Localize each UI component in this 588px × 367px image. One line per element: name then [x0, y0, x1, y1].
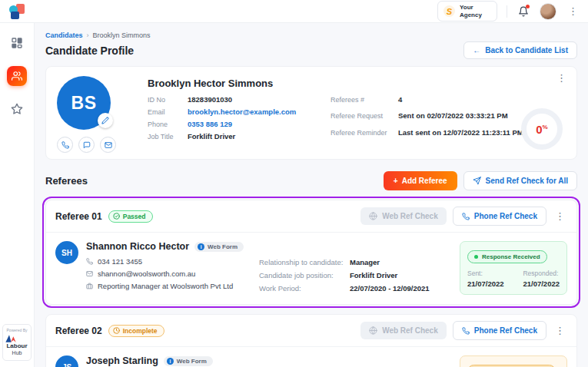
referee-summary-grid: Referees # 4 Referee Request Sent on 02/…	[331, 95, 523, 141]
send-icon	[473, 177, 481, 185]
mail-icon	[86, 270, 93, 277]
phone-icon	[462, 213, 470, 220]
brand-name-bottom: Hub	[5, 350, 29, 356]
brand-name-top: Labour	[5, 343, 29, 350]
source-badge-label: Web Form	[177, 358, 207, 365]
chat-icon	[83, 141, 91, 149]
phone-ref-check-label: Phone Ref Check	[474, 326, 537, 335]
add-referee-button[interactable]: + Add Referee	[384, 171, 457, 190]
message-candidate-button[interactable]	[78, 137, 95, 153]
breadcrumb-candidates-link[interactable]: Candidates	[45, 31, 83, 39]
star-badge-icon	[11, 103, 23, 115]
referee-reminder-label: Referee Reminder	[331, 129, 398, 137]
responded-label: Responded:	[523, 269, 560, 277]
referee-1-response-badge: Response Received	[467, 250, 547, 263]
referee-2-avatar: JS	[55, 355, 78, 367]
referee-1-web-ref-check-button[interactable]: Web Ref Check	[360, 207, 447, 225]
web-ref-check-label: Web Ref Check	[382, 326, 438, 335]
breadcrumb: Candidates › Brooklyn Simmons	[45, 31, 577, 39]
referee-1-details-grid: Relationship to candidate: Manager Candi…	[259, 258, 452, 293]
phone-icon	[61, 141, 69, 149]
mail-icon	[105, 141, 112, 149]
reference-progress-ring: 0 %	[521, 108, 563, 150]
referee-2-web-ref-check-button[interactable]: Web Ref Check	[360, 322, 447, 339]
sidebar-item-dashboard[interactable]	[7, 33, 27, 53]
status-dot-icon	[474, 255, 478, 259]
referee-1-phone-ref-check-button[interactable]: Phone Ref Check	[453, 207, 546, 226]
sidebar-item-favorites[interactable]	[7, 99, 27, 119]
header-more-button[interactable]: ⋮	[566, 6, 580, 16]
globe-icon	[369, 212, 377, 220]
referee-1-heading: Referee 01	[55, 211, 102, 222]
relationship-label: Relationship to candidate:	[259, 258, 350, 266]
edit-profile-button[interactable]	[98, 113, 113, 128]
info-icon: i	[198, 243, 204, 250]
briefcase-icon	[86, 283, 93, 289]
email-label: Email	[148, 108, 188, 116]
referee-card-2: Referee 02 Incomplete Web Ref Check	[45, 314, 577, 367]
globe-icon	[369, 326, 377, 335]
referee-1-responded-date: 21/07/2022	[523, 279, 560, 288]
breadcrumb-separator: ›	[87, 31, 89, 39]
referee-1-status-label: Passed	[123, 213, 146, 220]
back-button-label: Back to Candidate List	[485, 46, 568, 55]
referee-1-more-button[interactable]: ⋮	[553, 211, 567, 221]
plus-icon: +	[394, 177, 398, 185]
phone-label: Phone	[148, 121, 188, 128]
breadcrumb-current: Brooklyn Simmons	[93, 31, 151, 39]
left-sidebar: Powered By Labour Hub	[0, 23, 35, 367]
referee-1-source-badge: i Web Form	[194, 242, 244, 252]
referee-1-work-period: 22/07/2020 - 12/09/2021	[350, 284, 452, 293]
id-label: ID No	[148, 96, 188, 104]
referee-2-phone-ref-check-button[interactable]: Phone Ref Check	[453, 321, 546, 340]
referee-1-position: Reporting Manager at Woolsworth Pvt Ltd	[98, 282, 233, 290]
referee-card-1: Referee 01 Passed Web Ref Check	[45, 200, 577, 305]
candidate-details-grid: ID No 18283901030 Email brooklyn.hector@…	[148, 95, 324, 141]
phone-icon	[86, 258, 93, 265]
agency-selector[interactable]: S Your Agency	[437, 1, 497, 21]
candidate-avatar: BS	[57, 76, 111, 130]
referee-1-response-panel: Response Received Sent: 21/07/2022 Respo…	[460, 241, 567, 295]
candidate-name: Brooklyn Hector Simmons	[148, 78, 566, 89]
referee-2-name: Joseph Starling	[86, 355, 158, 366]
response-status-label: Response Received	[482, 253, 540, 260]
web-ref-check-label: Web Ref Check	[382, 212, 438, 220]
call-candidate-button[interactable]	[57, 137, 73, 153]
referees-count-label: Referees #	[331, 96, 398, 104]
phone-ref-check-label: Phone Ref Check	[474, 212, 537, 220]
candidate-initials: BS	[71, 93, 97, 114]
progress-value: 0	[536, 123, 542, 136]
referee-request-value: Sent on 02/07/2022 03:33:21 PM	[398, 111, 523, 120]
notification-badge	[526, 5, 530, 8]
referee-2-more-button[interactable]: ⋮	[553, 326, 567, 336]
info-icon: i	[167, 358, 174, 365]
job-title-label: Job Title	[148, 133, 188, 141]
id-value: 18283901030	[188, 95, 324, 104]
send-ref-check-all-label: Send Ref Check for All	[486, 177, 568, 185]
notifications-button[interactable]	[517, 5, 530, 18]
candidate-card-more-button[interactable]: ⋮	[554, 73, 569, 83]
app-logo-icon[interactable]	[9, 4, 25, 19]
source-badge-label: Web Form	[208, 243, 238, 250]
page-title: Candidate Profile	[45, 45, 134, 57]
check-circle-icon	[113, 213, 120, 220]
job-title-value: Forklift Driver	[188, 132, 324, 141]
referee-2-source-badge: i Web Form	[164, 356, 213, 366]
email-candidate-button[interactable]	[100, 137, 116, 153]
referee-1-name: Shannon Ricco Hector	[86, 241, 189, 252]
email-value-link[interactable]: brooklyn.hector@example.com	[188, 107, 324, 116]
send-ref-check-all-button[interactable]: Send Ref Check for All	[463, 171, 577, 190]
main-content: Candidates › Brooklyn Simmons Candidate …	[35, 23, 588, 367]
referee-2-response-panel: Awaiting for Response Sent: 21/07/2022 R…	[460, 355, 567, 367]
phone-value-link[interactable]: 0353 886 129	[188, 120, 324, 128]
back-to-candidate-list-button[interactable]: ← Back to Candidate List	[463, 41, 577, 59]
phone-icon	[462, 327, 470, 335]
referee-1-email: shannon@woolsworth.com.au	[98, 269, 195, 278]
powered-by-label: Powered By	[5, 328, 29, 332]
referee-1-phone: 034 121 3455	[98, 257, 142, 266]
referee-2-status-badge: Incomplete	[108, 325, 164, 337]
progress-unit: %	[543, 124, 548, 131]
user-avatar[interactable]	[540, 3, 556, 20]
sidebar-item-candidates[interactable]	[7, 66, 27, 86]
dashboard-grid-icon	[11, 37, 23, 49]
